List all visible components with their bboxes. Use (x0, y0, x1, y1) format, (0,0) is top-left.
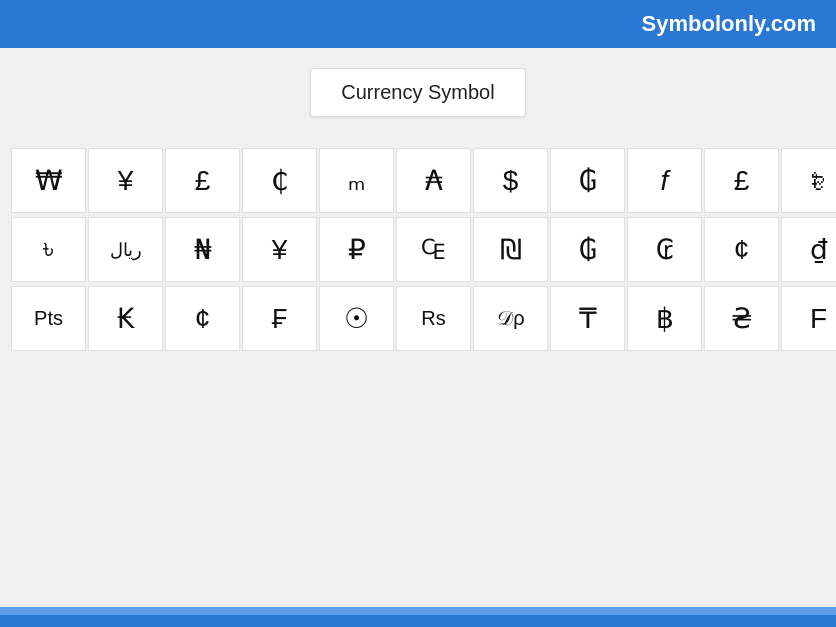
symbol-cell[interactable]: ৳ (11, 217, 86, 282)
symbol-cell[interactable]: ₽ (319, 217, 394, 282)
symbol-cell[interactable]: ₣ (242, 286, 317, 351)
footer-bar (0, 615, 836, 627)
symbol-cell[interactable]: ₪ (473, 217, 548, 282)
symbol-cell[interactable]: Pts (11, 286, 86, 351)
symbol-cell[interactable]: ¢ (704, 217, 779, 282)
symbol-cell[interactable]: ฿ (627, 286, 702, 351)
symbol-cell[interactable]: ₢ (627, 217, 702, 282)
symbol-cell[interactable]: £ (165, 148, 240, 213)
site-header: Symbolonly.com (0, 0, 836, 48)
symbol-cell[interactable]: ₲ (550, 148, 625, 213)
symbol-cell[interactable]: ₵ (242, 148, 317, 213)
symbol-cell[interactable]: Rs (396, 286, 471, 351)
symbol-cell[interactable]: ₳ (396, 148, 471, 213)
symbol-cell[interactable]: ₠ (396, 217, 471, 282)
symbol-cell[interactable]: ₩ (11, 148, 86, 213)
symbol-row-3: Pts ₭ ¢ ₣ ☉ Rs 𝒟ρ ₸ ฿ ₴ F (10, 285, 826, 352)
symbol-cell[interactable]: ریال (88, 217, 163, 282)
symbol-cell[interactable]: ¢ (165, 286, 240, 351)
symbol-row-2: ৳ ریال ₦ ¥ ₽ ₠ ₪ ₲ ₢ ¢ ₫ (10, 216, 826, 283)
main-content: Currency Symbol ₩ ¥ £ ₵ ₘ ₳ $ ₲ f £ ₻ ৳ … (0, 48, 836, 607)
symbol-cell[interactable]: ₻ (781, 148, 836, 213)
symbol-cell[interactable]: f (627, 148, 702, 213)
symbols-container: ₩ ¥ £ ₵ ₘ ₳ $ ₲ f £ ₻ ৳ ریال ₦ ¥ ₽ ₠ ₪ ₲… (0, 147, 836, 354)
symbol-cell[interactable]: ₫ (781, 217, 836, 282)
symbol-cell[interactable]: ₘ (319, 148, 394, 213)
symbol-cell[interactable]: ¥ (88, 148, 163, 213)
symbol-cell[interactable]: ☉ (319, 286, 394, 351)
footer-light-bar (0, 607, 836, 615)
symbol-cell[interactable]: ₸ (550, 286, 625, 351)
symbol-cell[interactable]: ₴ (704, 286, 779, 351)
symbol-cell[interactable]: ₭ (88, 286, 163, 351)
symbol-cell[interactable]: $ (473, 148, 548, 213)
site-title: Symbolonly.com (642, 11, 816, 37)
symbol-cell[interactable]: F (781, 286, 836, 351)
symbol-cell[interactable]: ¥ (242, 217, 317, 282)
page-title: Currency Symbol (310, 68, 525, 117)
symbol-cell[interactable]: 𝒟ρ (473, 286, 548, 351)
symbol-row-1: ₩ ¥ £ ₵ ₘ ₳ $ ₲ f £ ₻ (10, 147, 826, 214)
symbol-cell[interactable]: ₦ (165, 217, 240, 282)
symbol-cell[interactable]: ₲ (550, 217, 625, 282)
symbol-cell[interactable]: £ (704, 148, 779, 213)
